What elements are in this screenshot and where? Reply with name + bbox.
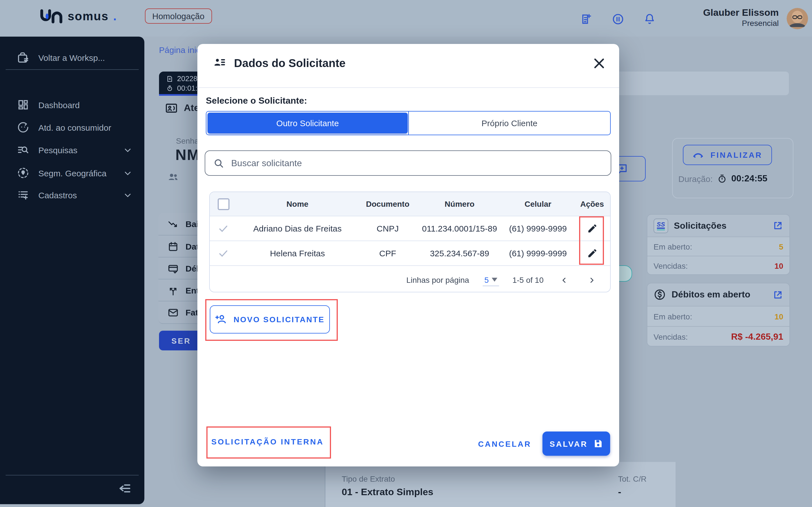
list-add-icon	[17, 189, 29, 201]
person-list-icon	[213, 56, 227, 70]
salvar-button[interactable]: SALVAR	[543, 432, 610, 456]
sidebar-item-back-to-workspace[interactable]: Voltar a Worksp...	[0, 46, 144, 69]
select-solicitante-label: Selecione o Solicitante:	[206, 96, 307, 106]
annotation-box-solicitacao-interna	[206, 427, 331, 459]
row-value: 10	[774, 312, 783, 321]
open-external-icon[interactable]	[772, 289, 783, 300]
annotation-box-actions	[579, 216, 604, 265]
attendance-card-title: Ate	[184, 103, 199, 114]
rows-per-page-label: Linhas por página	[406, 276, 469, 284]
table-pagination: Linhas por página 5 1-5 of 10	[210, 265, 610, 292]
logo-dot: .	[113, 10, 116, 23]
sidebar-divider	[6, 69, 139, 70]
sidebar-item-pesquisas[interactable]: Pesquisas	[0, 138, 144, 161]
phone-end-icon	[693, 152, 704, 158]
sidebar-item-label: Pesquisas	[38, 145, 77, 155]
prev-page-icon[interactable]	[557, 276, 571, 284]
trending-down-icon	[167, 218, 179, 230]
tipo-extrato-value: 01 - Extrato Simples	[342, 487, 434, 498]
duration-label: Duração:	[678, 174, 713, 183]
environment-badge: Homologação	[145, 8, 212, 24]
row-label: Vencidas:	[654, 332, 731, 341]
row-label: Em aberto:	[654, 312, 774, 321]
split-arrows-icon	[167, 285, 179, 296]
row-check-icon[interactable]	[210, 223, 237, 234]
sidebar-item-label: Cadastros	[38, 190, 77, 200]
ss-logo-icon: SS	[654, 218, 668, 233]
senha-label: Senha	[176, 136, 199, 145]
salvar-label: SALVAR	[550, 439, 588, 448]
open-external-icon[interactable]	[772, 220, 783, 231]
sidebar-item-cadastros[interactable]: Cadastros	[0, 184, 144, 206]
row-value: R$ -4.265,91	[731, 332, 783, 342]
card-title: Débitos em aberto	[672, 290, 767, 300]
sidebar-item-label: Atd. ao consumidor	[38, 122, 111, 132]
note-add-icon[interactable]	[580, 13, 593, 25]
sidebar-item-dashboard[interactable]: Dashboard	[0, 94, 144, 116]
cell-doc-type: CNPJ	[358, 224, 417, 233]
solicitante-tabs: Outro Solicitante Próprio Cliente	[206, 111, 611, 135]
table-row[interactable]: Adriano Dias de Freitas CNPJ 011.234.000…	[210, 216, 610, 240]
save-floppy-icon	[593, 439, 603, 448]
card-row: Vencidas: R$ -4.265,91	[647, 326, 790, 346]
breadcrumb[interactable]: Página inic	[159, 45, 200, 55]
tot-cr-label: Tot. C/R	[618, 474, 647, 483]
dashboard-icon	[17, 99, 29, 111]
solicitacoes-card: SS Solicitações Em aberto: 5 Vencidas: 1…	[647, 214, 790, 275]
sidebar-item-consumer[interactable]: Atd. ao consumidor	[0, 116, 144, 138]
tot-cr-value: -	[618, 487, 621, 498]
column-header: Ações	[574, 200, 610, 209]
chevron-down-icon	[123, 146, 132, 154]
protocol-timer: 00:01:	[177, 84, 197, 93]
cell-number: 325.234.567-89	[417, 248, 502, 258]
column-header: Número	[417, 200, 502, 209]
close-icon[interactable]	[592, 56, 606, 70]
card-check-icon	[167, 263, 179, 274]
workspace-swap-icon	[17, 51, 30, 64]
finalizar-button[interactable]: FINALIZAR	[683, 145, 772, 165]
pagination-range: 1-5 of 10	[512, 276, 544, 284]
column-header: Celular	[502, 200, 574, 209]
collapse-sidebar-icon[interactable]	[118, 482, 132, 495]
rows-per-page-select[interactable]: 5	[483, 274, 499, 286]
card-row: Em aberto: 10	[647, 306, 790, 326]
cancelar-button[interactable]: CANCELAR	[476, 432, 533, 456]
table-row[interactable]: Helena Freitas CPF 325.234.567-89 (61) 9…	[210, 240, 610, 265]
user-mode: Presencial	[666, 19, 779, 28]
modal-divider	[197, 87, 619, 88]
sidebar-item-label: Dashboard	[38, 100, 80, 110]
finalizar-label: FINALIZAR	[711, 151, 762, 159]
search-input[interactable]	[230, 158, 611, 169]
tipo-extrato-label: Tipo de Extrato	[342, 474, 395, 483]
cell-phone: (61) 9999-9999	[502, 224, 574, 233]
pause-circle-icon[interactable]	[612, 13, 624, 25]
cell-number: 011.234.0001/15-89	[417, 224, 502, 233]
sidebar: Voltar a Worksp... Dashboard Atd. ao con…	[0, 37, 144, 504]
user-avatar[interactable]	[786, 8, 808, 29]
row-value: 10	[774, 261, 783, 270]
card-title: Solicitações	[674, 221, 767, 231]
row-value: 5	[779, 242, 783, 251]
call-control-card: FINALIZAR Duração: 00:24:55	[672, 138, 794, 198]
user-info[interactable]: Glauber Elissom Presencial	[666, 7, 779, 28]
solicitantes-table: Nome Documento Número Celular Ações Adri…	[209, 191, 611, 292]
search-list-icon	[17, 144, 29, 156]
tab-proprio-cliente[interactable]: Próprio Cliente	[409, 112, 610, 135]
next-page-icon[interactable]	[585, 276, 599, 284]
stopwatch-icon	[717, 174, 727, 183]
select-all-checkbox[interactable]	[217, 198, 229, 210]
cell-phone: (61) 9999-9999	[502, 248, 574, 258]
duration-row: Duração: 00:24:55	[678, 173, 767, 184]
attendance-card-header: Ate	[165, 101, 199, 115]
people-icon	[167, 171, 179, 183]
logo-text: somus	[68, 10, 109, 23]
search-icon	[213, 158, 224, 169]
senha-value: NM	[175, 147, 200, 164]
chevron-down-icon	[123, 169, 132, 177]
bell-icon[interactable]	[644, 13, 656, 25]
row-check-icon[interactable]	[210, 247, 237, 259]
row-label: Vencidas:	[654, 261, 774, 270]
tab-outro-solicitante[interactable]: Outro Solicitante	[207, 113, 408, 133]
sidebar-item-segm-geografica[interactable]: Segm. Geográfica	[0, 162, 144, 184]
sidebar-divider	[6, 475, 139, 475]
